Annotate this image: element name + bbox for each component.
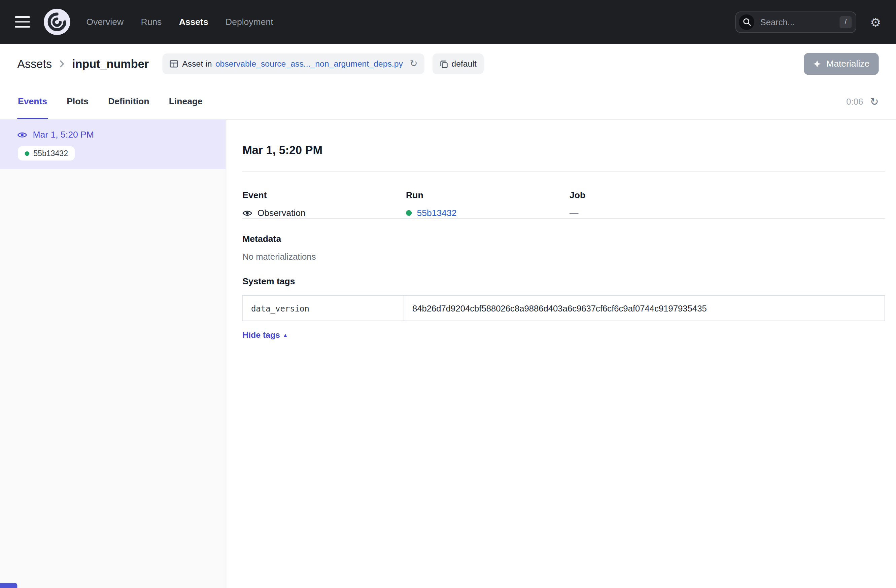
octopus-swirl-icon [44,9,70,35]
nav-overview[interactable]: Overview [87,17,124,27]
code-location-link[interactable]: observable_source_ass..._non_argument_de… [215,59,403,68]
search-input[interactable] [759,17,835,27]
run-chip[interactable]: 55b13432 [18,146,75,161]
breadcrumb-row: Assets input_number Asset in observable_… [0,44,896,84]
dagster-logo[interactable] [44,9,70,35]
top-nav: Overview Runs Assets Deployment / ⚙ [0,0,896,44]
tab-definition[interactable]: Definition [107,84,150,119]
asset-location-prefix: Asset in [182,59,212,68]
job-empty-value: — [570,208,579,218]
refresh-area: 0:06 ↻ [846,84,879,119]
tag-key-cell: data_version [243,295,404,321]
event-timestamp: Mar 1, 5:20 PM [33,129,94,140]
tab-events[interactable]: Events [17,84,47,119]
tab-lineage[interactable]: Lineage [168,84,203,119]
tag-value-cell: 84b26d7d9204cbf588026c8a9886d403a6c9637c… [404,295,885,321]
sparkle-icon [813,60,821,68]
event-column: Event Observation [242,190,406,218]
reload-location-icon[interactable]: ↻ [410,59,418,68]
nav-assets[interactable]: Assets [179,17,208,27]
main-area: Mar 1, 5:20 PM 55b13432 Mar 1, 5:20 PM E… [0,120,896,588]
gear-icon[interactable]: ⚙ [870,16,881,28]
group-chip[interactable]: default [433,53,483,74]
events-sidebar: Mar 1, 5:20 PM 55b13432 [0,120,226,588]
horizontal-scrollbar-thumb[interactable] [0,583,17,588]
divider [242,218,885,219]
event-column-label: Event [242,190,406,201]
nav-runs[interactable]: Runs [141,17,162,27]
tabs: Events Plots Definition Lineage [17,84,203,119]
event-detail-title: Mar 1, 5:20 PM [242,144,885,157]
system-tags-table: data_version 84b26d7d9204cbf588026c8a988… [242,295,885,321]
event-detail-panel: Mar 1, 5:20 PM Event Observation [226,120,896,588]
event-summary-columns: Event Observation Run [242,190,885,218]
run-column-label: Run [406,190,570,201]
chevron-right-icon [59,60,64,68]
event-list-item[interactable]: Mar 1, 5:20 PM 55b13432 [0,120,226,169]
materialize-button[interactable]: Materialize [804,53,879,75]
hide-tags-label: Hide tags [242,330,280,339]
page-title: input_number [72,57,149,70]
nav-right: / ⚙ [736,11,881,32]
group-icon [439,59,448,68]
search-icon [739,14,754,30]
divider [242,171,885,172]
hide-tags-link[interactable]: Hide tags ▲ [242,330,288,339]
eye-icon [242,209,252,217]
breadcrumb-assets-link[interactable]: Assets [17,57,52,70]
group-chip-label: default [451,59,477,68]
run-chip-label: 55b13432 [34,149,68,158]
metadata-empty-text: No materializations [242,252,885,261]
search-box[interactable]: / [736,11,856,32]
materialize-button-label: Materialize [826,59,869,69]
tab-plots[interactable]: Plots [66,84,89,119]
menu-icon[interactable] [15,16,30,27]
eye-icon [17,131,27,138]
app-window: Overview Runs Assets Deployment / ⚙ Asse… [0,0,896,588]
job-column-label: Job [570,190,885,201]
tabs-row: Events Plots Definition Lineage 0:06 ↻ [0,84,896,120]
asset-location-chip: Asset in observable_source_ass..._non_ar… [163,53,424,74]
system-tags-heading: System tags [242,276,885,287]
caret-up-icon: ▲ [283,332,288,337]
table-row: data_version 84b26d7d9204cbf588026c8a988… [243,295,885,321]
primary-nav: Overview Runs Assets Deployment [87,17,273,27]
run-column: Run 55b13432 [406,190,570,218]
run-link[interactable]: 55b13432 [417,208,457,218]
event-type-value: Observation [258,208,306,218]
slash-shortcut-badge: / [840,16,852,28]
metadata-heading: Metadata [242,234,885,244]
nav-deployment[interactable]: Deployment [226,17,273,27]
run-status-dot [406,210,411,216]
table-icon [170,59,179,68]
refresh-icon[interactable]: ↻ [870,97,879,107]
job-column: Job — [570,190,885,218]
event-timestamp-row: Mar 1, 5:20 PM [17,129,216,140]
refresh-timer: 0:06 [846,97,863,106]
run-status-dot [25,151,30,156]
